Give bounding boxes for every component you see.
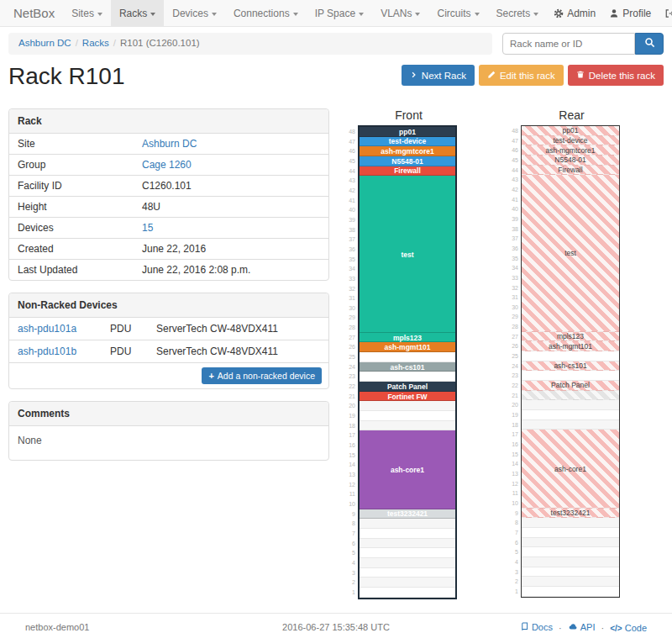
footer-links: Docs · API · </>Code (439, 622, 647, 633)
non-racked-panel-heading: Non-Racked Devices (9, 293, 328, 318)
rack-unit-test-device[interactable]: test-device (522, 136, 619, 146)
rack-unit-ash-cs101[interactable]: ash-cs101 (522, 361, 619, 372)
profile-link[interactable]: Profile (602, 0, 658, 27)
rack-unit-n5548-01[interactable]: N5548-01 (360, 156, 455, 166)
admin-link[interactable]: Admin (547, 0, 602, 27)
search-button[interactable] (635, 33, 664, 55)
nav-item-sites[interactable]: Sites (63, 0, 111, 26)
rack-unit-firewall[interactable]: Firewall (522, 166, 619, 176)
rack-unit-test-device[interactable]: test-device (360, 137, 455, 147)
unit-number: 36 (509, 244, 518, 254)
unit-number: 32 (346, 284, 355, 294)
person-icon (609, 8, 619, 18)
rack-unit-ash-core1[interactable]: ash-core1 (522, 430, 619, 508)
rack-unit-pp01[interactable]: pp01 (360, 127, 455, 137)
device-link[interactable]: ash-pdu101b (18, 346, 76, 357)
unit-number: 36 (346, 245, 355, 255)
rack-unit-empty (522, 547, 619, 557)
unit-number: 22 (346, 382, 355, 392)
rack-unit-empty (522, 400, 619, 410)
nav-item-devices[interactable]: Devices (164, 0, 225, 26)
unit-number: 31 (509, 293, 518, 303)
non-racked-device-row: ash-pdu101bPDUServerTech CW-48VDX411 (9, 340, 328, 362)
footer-timestamp: 2016-06-27 15:35:48 UTC (233, 622, 440, 632)
rack-unit-n5548-01[interactable]: N5548-01 (522, 156, 619, 166)
edit-rack-button[interactable]: Edit this rack (479, 65, 564, 86)
rack-unit-ash-mgmt101[interactable]: ash-mgmt101 (522, 341, 619, 351)
rack-unit-firewall[interactable]: Firewall (360, 166, 455, 177)
rack-unit-test3232421[interactable]: test3232421 (360, 509, 455, 520)
search-input[interactable] (502, 33, 635, 55)
breadcrumb-site-link[interactable]: Ashburn DC (18, 38, 71, 48)
rack-unit-empty (522, 587, 619, 597)
breadcrumb: Ashburn DC/Racks/R101 (C1260.101) (8, 33, 492, 55)
unit-number: 47 (509, 136, 518, 146)
footer-link-separator: · (598, 623, 606, 633)
rack-unit-patch-panel[interactable]: Patch Panel (360, 382, 455, 392)
unit-number: 12 (346, 480, 355, 490)
rack-info-label: Height (9, 197, 134, 217)
unit-number: 27 (509, 332, 518, 342)
unit-number: 23 (346, 372, 355, 382)
footer-link-api[interactable]: API (568, 622, 596, 633)
unit-number: 21 (509, 391, 518, 401)
rack-unit-ash-mgmtcore1[interactable]: ash-mgmtcore1 (360, 146, 455, 156)
unit-number: 31 (346, 293, 355, 303)
code-icon: </> (610, 623, 622, 633)
unit-number: 5 (509, 547, 518, 557)
rack-unit-ash-mgmt101[interactable]: ash-mgmt101 (360, 342, 455, 352)
rack-unit-patch-panel[interactable]: Patch Panel (522, 381, 619, 391)
rack-unit-fortinet-fw[interactable]: Fortinet FW (360, 392, 455, 402)
unit-number: 19 (509, 410, 518, 420)
nav-item-circuits[interactable]: Circuits (428, 0, 487, 26)
rack-info-value-link[interactable]: Cage 1260 (142, 159, 192, 171)
unit-number: 7 (346, 529, 355, 539)
rack-info-value: 15 (134, 218, 161, 238)
nav-item-vlans[interactable]: VLANs (372, 0, 428, 26)
trash-icon (576, 70, 585, 81)
rack-unit-mpls123[interactable]: mpls123 (522, 332, 619, 342)
nav-item-secrets[interactable]: Secrets (488, 0, 548, 26)
rack-info-value-link[interactable]: 15 (142, 222, 153, 234)
rack-info-value: Cage 1260 (134, 155, 200, 175)
unit-number: 43 (346, 176, 355, 186)
nav-item-ip-space[interactable]: IP Space (307, 0, 372, 26)
rack-unit-ash-mgmtcore1[interactable]: ash-mgmtcore1 (522, 145, 619, 156)
rack-unit-empty (360, 372, 455, 382)
chevron-down-icon (475, 13, 480, 16)
breadcrumb-racks-link[interactable]: Racks (82, 38, 109, 48)
unit-number: 21 (346, 392, 355, 402)
rack-unit-ash-core1[interactable]: ash-core1 (360, 430, 455, 509)
rack-unit-test[interactable]: test (522, 175, 619, 332)
rack-unit-test[interactable]: test (360, 176, 455, 333)
chevron-down-icon (293, 13, 298, 16)
rack-info-row: Devices15 (9, 217, 328, 238)
chevron-down-icon (359, 13, 364, 16)
rack-info-value: 48U (134, 197, 169, 217)
rack-info-value-link[interactable]: Ashburn DC (142, 138, 197, 150)
nav-item-racks[interactable]: Racks (111, 0, 164, 26)
next-rack-button[interactable]: Next Rack (402, 65, 475, 86)
rack-info-label: Facility ID (9, 176, 134, 196)
rack-unit-mpls123[interactable]: mpls123 (360, 333, 455, 343)
rack-unit-ash-cs101[interactable]: ash-cs101 (360, 362, 455, 372)
nav-item-label: Circuits (437, 8, 470, 19)
rack-unit-empty (522, 577, 619, 587)
nav-item-label: IP Space (315, 8, 355, 19)
rack-unit-pp01[interactable]: pp01 (522, 126, 619, 136)
main-menu: SitesRacksDevicesConnectionsIP SpaceVLAN… (63, 0, 547, 26)
device-link[interactable]: ash-pdu101a (18, 323, 76, 335)
rack-unit-test3232421[interactable]: test3232421 (522, 509, 619, 519)
unit-number: 34 (509, 263, 518, 273)
rack-unit-empty (360, 411, 455, 421)
add-non-racked-device-button[interactable]: + Add a non-racked device (202, 367, 322, 384)
footer-link-code[interactable]: </>Code (610, 623, 647, 633)
rack-info-value: June 22, 2016 (134, 239, 214, 259)
unit-number: 3 (509, 567, 518, 578)
unit-number: 41 (346, 196, 355, 206)
unit-number: 15 (346, 451, 355, 461)
nav-item-connections[interactable]: Connections (225, 0, 307, 26)
app-brand[interactable]: NetBox (5, 0, 63, 26)
footer-link-docs[interactable]: Docs (520, 622, 553, 633)
delete-rack-button[interactable]: Delete this rack (568, 65, 664, 86)
